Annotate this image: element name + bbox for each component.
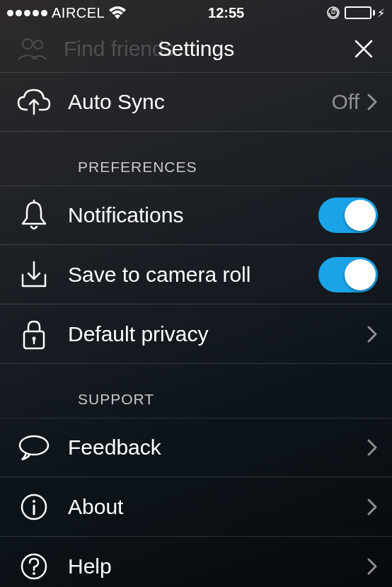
close-button[interactable] bbox=[348, 33, 379, 64]
status-bar: AIRCEL 12:55 ⚡︎ bbox=[0, 0, 392, 25]
row-help[interactable]: Help bbox=[0, 537, 392, 587]
auto-sync-label: Auto Sync bbox=[68, 90, 332, 114]
chevron-right-icon bbox=[367, 93, 378, 111]
settings-list: Auto Sync Off PREFERENCES Notifications … bbox=[0, 72, 392, 587]
save-camera-label: Save to camera roll bbox=[68, 263, 318, 287]
svg-point-5 bbox=[20, 436, 48, 455]
notifications-label: Notifications bbox=[68, 203, 318, 227]
cloud-upload-icon bbox=[0, 89, 68, 115]
row-notifications[interactable]: Notifications bbox=[0, 186, 392, 245]
row-save-camera-roll[interactable]: Save to camera roll bbox=[0, 245, 392, 304]
bell-icon bbox=[0, 200, 68, 231]
svg-point-7 bbox=[33, 500, 35, 503]
row-feedback[interactable]: Feedback bbox=[0, 418, 392, 477]
row-auto-sync[interactable]: Auto Sync Off bbox=[0, 72, 392, 132]
section-support: SUPPORT bbox=[0, 364, 392, 418]
page-title: Settings bbox=[158, 37, 234, 61]
settings-header: Settings bbox=[0, 25, 392, 72]
chevron-right-icon bbox=[367, 498, 378, 516]
row-about[interactable]: About bbox=[0, 477, 392, 537]
battery-icon: ⚡︎ bbox=[345, 6, 385, 20]
row-default-privacy[interactable]: Default privacy bbox=[0, 304, 392, 364]
speech-bubble-icon bbox=[0, 434, 68, 461]
close-icon bbox=[353, 38, 374, 59]
auto-sync-value: Off bbox=[332, 90, 359, 114]
save-camera-toggle[interactable] bbox=[318, 257, 378, 292]
orientation-lock-icon bbox=[326, 6, 340, 20]
lock-icon bbox=[0, 319, 68, 350]
status-time: 12:55 bbox=[208, 5, 244, 21]
info-icon bbox=[0, 493, 68, 521]
help-icon bbox=[0, 552, 68, 581]
signal-dots-icon bbox=[7, 10, 47, 16]
chevron-right-icon bbox=[367, 557, 378, 576]
default-privacy-label: Default privacy bbox=[68, 322, 367, 346]
background-setup-label: SETUP bbox=[67, 4, 125, 23]
download-icon bbox=[0, 261, 68, 289]
feedback-label: Feedback bbox=[68, 435, 367, 460]
charging-icon: ⚡︎ bbox=[377, 6, 385, 20]
chevron-right-icon bbox=[367, 438, 378, 457]
svg-point-9 bbox=[33, 572, 35, 575]
help-label: Help bbox=[68, 554, 367, 579]
status-right: ⚡︎ bbox=[326, 6, 385, 20]
chevron-right-icon bbox=[367, 325, 378, 343]
notifications-toggle[interactable] bbox=[318, 198, 378, 233]
about-label: About bbox=[68, 495, 367, 519]
section-preferences: PREFERENCES bbox=[0, 132, 392, 186]
